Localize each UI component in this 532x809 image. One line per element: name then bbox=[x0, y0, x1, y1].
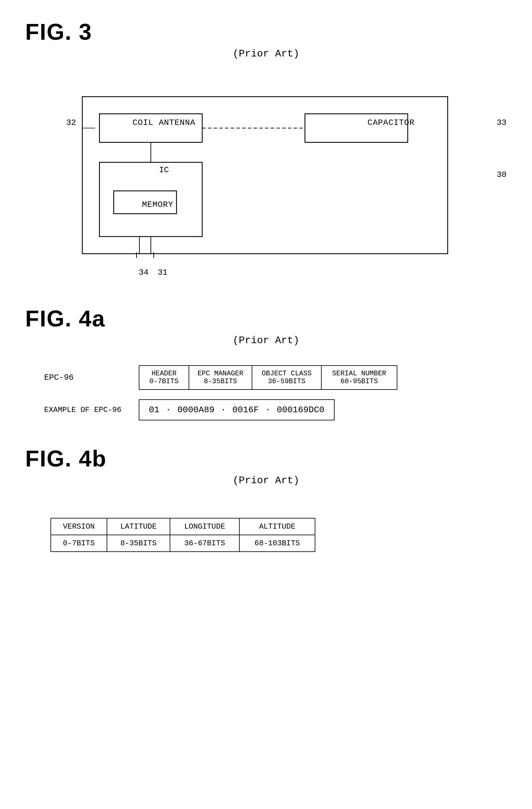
capacitor-label: CAPACITOR bbox=[334, 107, 448, 138]
example-0000a89: 0000A89 bbox=[177, 405, 214, 415]
header-col-top: HEADER 0-7BITS bbox=[139, 365, 189, 390]
ref-33: 33 bbox=[497, 118, 507, 127]
object-class-col: OBJECT CLASS 36-59BITS bbox=[252, 365, 322, 390]
version-bottom: 0-7BITS bbox=[51, 535, 107, 551]
fig3-prior-art: (Prior Art) bbox=[25, 48, 507, 59]
latitude-bottom: 8-35BITS bbox=[107, 535, 170, 551]
latitude-col: LATITUDE 8-35BITS bbox=[107, 518, 170, 552]
example-sep2: · bbox=[221, 405, 226, 415]
altitude-top: ALTITUDE bbox=[240, 518, 315, 535]
example-sep1: · bbox=[166, 405, 171, 415]
fig3-title: FIG. 3 bbox=[25, 19, 507, 45]
fig4b-title: FIG. 4b bbox=[25, 446, 507, 471]
altitude-bottom: 68-103BITS bbox=[240, 535, 315, 551]
epc-example-label: EXAMPLE OF EPC-96 bbox=[44, 406, 139, 414]
longitude-col: LONGITUDE 36-67BITS bbox=[170, 518, 240, 552]
example-01: 01 bbox=[149, 405, 159, 415]
version-top: VERSION bbox=[51, 518, 107, 535]
epc-example-row: 01 · 0000A89 · 0016F · 000169DC0 bbox=[139, 399, 334, 420]
longitude-bottom: 36-67BITS bbox=[170, 535, 239, 551]
epc-manager-col: EPC MANAGER 8-35BITS bbox=[189, 365, 252, 390]
altitude-col: ALTITUDE 68-103BITS bbox=[240, 518, 315, 552]
fig3-section: FIG. 3 (Prior Art) bbox=[25, 19, 507, 287]
version-col: VERSION 0-7BITS bbox=[50, 518, 107, 552]
ref-34: 34 bbox=[139, 268, 149, 277]
fig4a-section: FIG. 4a (Prior Art) EPC-96 HEADER 0-7BIT… bbox=[25, 306, 507, 420]
longitude-top: LONGITUDE bbox=[170, 518, 239, 535]
fig4a-title: FIG. 4a bbox=[25, 306, 507, 331]
epc-96-label: EPC-96 bbox=[44, 365, 139, 390]
fig4b-section: FIG. 4b (Prior Art) VERSION 0-7BITS LATI… bbox=[25, 446, 507, 552]
memory-label: MEMORY bbox=[123, 192, 192, 217]
fig3-diagram: COIL ANTENNA CAPACITOR IC MEMORY 32 33 3… bbox=[25, 72, 507, 287]
ref-32: 32 bbox=[66, 118, 76, 127]
ref-30: 30 bbox=[497, 170, 507, 179]
ref-31: 31 bbox=[158, 268, 168, 277]
example-000169dc0: 000169DC0 bbox=[277, 405, 325, 415]
example-sep3: · bbox=[265, 405, 271, 415]
serial-number-col: SERIAL NUMBER 60-95BITS bbox=[322, 365, 397, 390]
fig4a-prior-art: (Prior Art) bbox=[25, 334, 507, 346]
fig4b-table: VERSION 0-7BITS LATITUDE 8-35BITS LONGIT… bbox=[25, 518, 315, 552]
ic-label: IC bbox=[107, 165, 221, 175]
fig4b-prior-art: (Prior Art) bbox=[25, 475, 507, 486]
latitude-top: LATITUDE bbox=[107, 518, 170, 535]
example-0016f: 0016F bbox=[233, 405, 259, 415]
coil-antenna-label: COIL ANTENNA bbox=[107, 107, 221, 138]
